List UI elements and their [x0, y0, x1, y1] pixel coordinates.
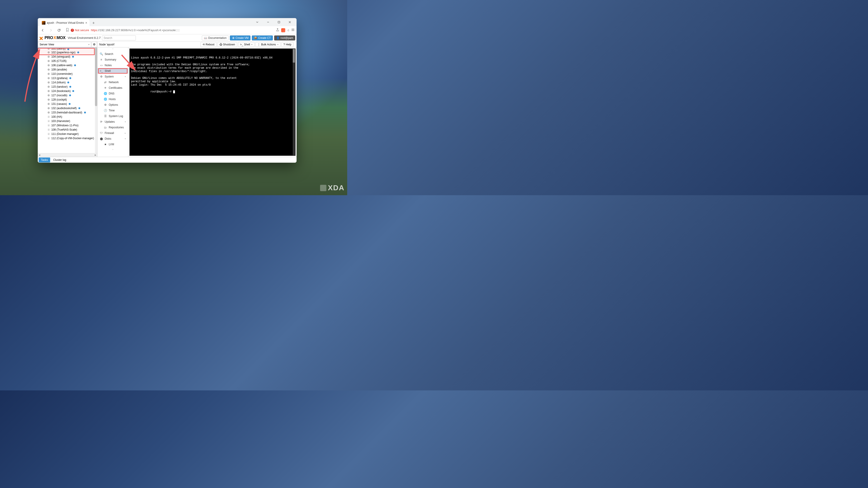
music-icon[interactable]: ♫ [287, 29, 289, 32]
terminal[interactable]: Linux ayush 6.8.12-2-pve #1 SMP PREEMPT_… [129, 48, 296, 156]
forward-button[interactable] [48, 27, 54, 33]
hamburger-menu-icon[interactable] [291, 28, 295, 32]
tree-scrollbar[interactable] [95, 47, 97, 153]
menu-item-updates[interactable]: ⟳Updates▾ [97, 119, 128, 125]
browser-toolbar: ! Not secure https://192.168.29.227:8006… [38, 26, 297, 34]
menu-scroll-down[interactable]: ⌄ [97, 147, 128, 151]
create-ct-button[interactable]: 📦 Create CT [252, 35, 273, 40]
tree-item[interactable]: 🖥112 (Copy-of-VM-Docker-manager) [38, 136, 97, 140]
bottom-tabs: Tasks Cluster log [38, 157, 297, 163]
scrollbar-thumb[interactable] [95, 47, 97, 106]
proxmox-logo[interactable]: PROXMOX [39, 35, 66, 40]
menu-item-label: Firewall [105, 131, 114, 135]
monitor-icon: 🖥 [47, 128, 51, 131]
share-icon[interactable] [276, 28, 279, 32]
tree-item-label: 131 (casaos) [51, 102, 67, 105]
menu-item-disks[interactable]: ⬤Disks▾ [97, 136, 128, 141]
menu-item-network[interactable]: ⇄Network [97, 79, 128, 85]
terminal-output: Linux ayush 6.8.12-2-pve #1 SMP PREEMPT_… [131, 56, 294, 87]
tree-item[interactable]: ⬢133 (heimdall-dashboard) [38, 110, 97, 115]
menu-item-notes[interactable]: ▭Notes [97, 62, 128, 68]
tree-item-label: 128 (cockpit) [51, 98, 67, 101]
tree-item[interactable]: 🖥100 (HA) [38, 115, 97, 119]
tree-item[interactable]: ⬢131 (casaos) [38, 102, 97, 106]
menu-item-summary[interactable]: ≡Summary [97, 57, 128, 62]
shutdown-button[interactable]: ⏻Shutdown [217, 42, 237, 47]
menu-item-system[interactable]: ⚙System▾ [97, 74, 128, 79]
user-button[interactable]: 👤 root@pam [274, 35, 295, 40]
menu-item-repositories[interactable]: 🗂Repositories [97, 125, 128, 130]
tree-item-label: 114 (trilium) [51, 81, 66, 84]
tree-item[interactable]: ⬢101 (dashy) [38, 48, 97, 50]
address-bar[interactable]: ! Not secure https://192.168.29.227:8006… [64, 28, 274, 32]
tree-item[interactable]: 🖥108 (TrueNAS-Scale) [38, 127, 97, 132]
tree-horizontal-scrollbar[interactable]: ◀ ▶ [38, 153, 97, 157]
tree-item[interactable]: 🖥103 (Harvester) [38, 119, 97, 123]
menu-item-shell[interactable]: >_Shell [97, 68, 128, 74]
resource-tree[interactable]: ▾ 🗄 Datacenter ▾ 🗄 ayush ⬢101 (dashy)⬢10… [38, 47, 97, 153]
menu-item-firewall[interactable]: 🛡Firewall▸ [97, 130, 128, 136]
new-tab-button[interactable]: + [90, 20, 97, 26]
tree-item[interactable]: 🖥111 (Docker-manager) [38, 132, 97, 136]
terminal-scrollbar[interactable] [293, 49, 295, 155]
security-indicator[interactable]: ! Not secure [71, 29, 89, 32]
reload-button[interactable] [56, 27, 62, 33]
toolbar-right: ♫ [276, 28, 295, 32]
tree-item-label: 102 (paperless-ngx) [51, 51, 75, 54]
close-tab-icon[interactable]: × [86, 21, 87, 25]
tree-item[interactable]: ⬢128 (cockpit) [38, 97, 97, 102]
back-button[interactable] [39, 27, 46, 33]
tree-item-label: 106 (calibre-web) [51, 64, 72, 67]
close-window-button[interactable] [285, 19, 295, 26]
tree-item-label: 108 (TrueNAS-Scale) [51, 128, 77, 131]
brave-shield-icon[interactable] [281, 28, 285, 32]
reboot-button[interactable]: ⟲Reboot [200, 42, 217, 47]
minimize-button[interactable] [263, 19, 273, 26]
tasks-tab[interactable]: Tasks [39, 158, 50, 162]
scroll-left-icon[interactable]: ◀ [39, 154, 40, 156]
menu-scroll-up[interactable]: ⌃ [97, 47, 128, 51]
tree-item[interactable]: 🖥107 (Windows-11-Pro) [38, 123, 97, 127]
cluster-log-tab[interactable]: Cluster log [51, 158, 68, 162]
tree-item[interactable]: ⬢113 (grafana) [38, 76, 97, 80]
tab-title: ayush - Proxmox Virtual Enviro [47, 21, 84, 24]
chevron-down-icon[interactable] [252, 19, 262, 26]
cube-icon: ⬢ [47, 48, 51, 50]
chevron-down-icon: ▾ [88, 43, 90, 46]
tree-item[interactable]: ⬢132 (audiobookshelf) [38, 106, 97, 110]
menu-item-dns[interactable]: 🌐DNS [97, 91, 128, 96]
tree-item[interactable]: ⬢109 (ansible) [38, 67, 97, 72]
tree-item[interactable]: ⬢106 (calibre-web) [38, 63, 97, 67]
scrollbar-thumb[interactable] [293, 49, 295, 63]
tree-item[interactable]: ⬢104 (wireguard) [38, 55, 97, 59]
tree-item-label: 110 (zoneminder) [51, 72, 72, 75]
menu-item-hosts[interactable]: 🌐Hosts [97, 96, 128, 102]
tree-item-label: 107 (Windows-11-Pro) [51, 124, 79, 127]
tree-settings-button[interactable]: ⚙ [92, 42, 97, 47]
tree-item[interactable]: ⬢105 (CT105) [38, 59, 97, 63]
maximize-button[interactable] [274, 19, 284, 26]
tree-item[interactable]: ⬢110 (zoneminder) [38, 72, 97, 76]
tree-item[interactable]: ⬢114 (trilium) [38, 80, 97, 85]
bookmark-icon[interactable] [66, 28, 69, 32]
tree-item[interactable]: ⬢102 (paperless-ngx) [38, 50, 97, 55]
bulk-actions-button[interactable]: ⋮Bulk Actions▾ [255, 42, 280, 47]
documentation-button[interactable]: 📖 Documentation [202, 35, 228, 40]
create-vm-button[interactable]: 🖥 Create VM [230, 35, 250, 40]
tree-item[interactable]: ⬢127 (nocodb) [38, 93, 97, 97]
header-search-input[interactable]: Search [102, 35, 136, 40]
menu-item-search[interactable]: 🔍Search [97, 51, 128, 57]
scroll-right-icon[interactable]: ▶ [95, 154, 96, 156]
tree-item[interactable]: ⬢124 (bookstack) [38, 89, 97, 93]
menu-item-system-log[interactable]: ☰System Log [97, 113, 128, 119]
menu-item-options[interactable]: ⚙Options [97, 102, 128, 107]
view-select[interactable]: Server View ▾ [38, 42, 91, 47]
help-button[interactable]: ?Help [281, 42, 293, 47]
shell-dropdown-button[interactable]: >_Shell▾ [238, 42, 254, 47]
menu-item-certificates[interactable]: ✳Certificates [97, 85, 128, 91]
menu-item-time[interactable]: 🕐Time [97, 107, 128, 113]
tree-item[interactable]: ⬢115 (tandoor) [38, 85, 97, 89]
browser-tab[interactable]: ayush - Proxmox Virtual Enviro × [39, 20, 90, 26]
monitor-icon: 🖥 [232, 36, 235, 39]
menu-item-lvm[interactable]: ■LVM [97, 141, 128, 147]
